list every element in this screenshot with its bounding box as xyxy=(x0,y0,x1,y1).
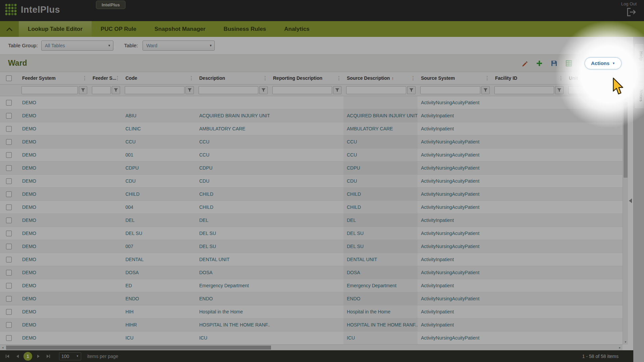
filter-input[interactable] xyxy=(125,86,184,94)
filter-menu-button[interactable] xyxy=(333,86,341,94)
scroll-up-icon[interactable]: ▲ xyxy=(623,96,628,102)
logout-label[interactable]: Log Out xyxy=(621,1,637,6)
filter-input[interactable] xyxy=(420,86,480,94)
row-checkbox[interactable] xyxy=(6,283,12,289)
table-row[interactable]: DEMOEDEmergency DepartmentEmergency Depa… xyxy=(0,279,623,292)
row-checkbox[interactable] xyxy=(6,270,12,276)
table-row[interactable]: DEMODELDELDELActivityInpatient xyxy=(0,214,623,227)
filter-menu-button[interactable] xyxy=(112,86,120,94)
table-row[interactable]: DEMO004CHILDCHILDActivityNursingAcuityPa… xyxy=(0,201,623,214)
column-header[interactable]: Description⋮ xyxy=(196,72,270,84)
row-checkbox[interactable] xyxy=(6,296,12,302)
pager-next-button[interactable] xyxy=(34,352,42,360)
nav-collapse-button[interactable] xyxy=(0,21,19,37)
horizontal-scrollbar[interactable]: ◄ ► xyxy=(0,345,623,350)
select-all-checkbox[interactable] xyxy=(6,75,12,81)
nav-tab-business-rules[interactable]: Business Rules xyxy=(215,21,275,37)
filter-menu-button[interactable] xyxy=(259,86,268,94)
filter-menu-button[interactable] xyxy=(481,86,490,94)
column-header[interactable]: Unit⋮ xyxy=(566,72,623,84)
edit-icon[interactable] xyxy=(521,60,528,67)
side-tab-help[interactable]: Help xyxy=(634,43,644,69)
actions-button[interactable]: Actions ▼ xyxy=(585,57,622,69)
logout-icon[interactable] xyxy=(627,8,637,16)
chevron-down-icon[interactable]: ▼ xyxy=(207,44,214,47)
row-checkbox[interactable] xyxy=(6,165,12,171)
table-row[interactable]: DEMOCHILDCHILDCHILDActivityNursingAcuity… xyxy=(0,188,623,201)
filter-input[interactable] xyxy=(21,86,78,94)
column-menu-icon[interactable]: ⋮ xyxy=(485,75,490,81)
column-menu-icon[interactable]: ⋮ xyxy=(615,75,621,81)
row-checkbox[interactable] xyxy=(6,218,12,223)
table-row[interactable]: DEMOHIHHospital in the HomeHospital in t… xyxy=(0,305,623,318)
scroll-down-icon[interactable]: ▼ xyxy=(623,339,628,345)
filter-input[interactable] xyxy=(272,86,332,94)
scroll-right-icon[interactable]: ► xyxy=(617,345,623,350)
vertical-scrollbar[interactable]: ▲ ▼ xyxy=(623,96,628,345)
table-row[interactable]: DEMOABIUACQUIRED BRAIN INJURY UNITACQUIR… xyxy=(0,109,623,122)
table-row[interactable]: DEMOCDUCDUCDUActivityNursingAcuityPatien… xyxy=(0,175,623,188)
column-header[interactable]: Feeder System⋮ xyxy=(19,72,89,84)
nav-tab-puc-op-rule[interactable]: PUC OP Rule xyxy=(92,21,145,37)
filter-input[interactable] xyxy=(92,86,111,94)
filter-menu-button[interactable] xyxy=(555,86,564,94)
row-checkbox[interactable] xyxy=(6,100,12,106)
row-checkbox[interactable] xyxy=(6,178,12,184)
save-icon[interactable] xyxy=(550,60,558,67)
nav-tab-analytics[interactable]: Analytics xyxy=(275,21,319,37)
column-header[interactable]: Feeder S...⋮ xyxy=(89,72,122,84)
column-header[interactable]: Code⋮ xyxy=(122,72,196,84)
table-row[interactable]: DEMOCCUCCUCCUActivityNursingAcuityPatien… xyxy=(0,135,623,148)
table-row[interactable]: DEMODEL SUDEL SUDEL SUActivityNursingAcu… xyxy=(0,227,623,240)
export-grid-icon[interactable] xyxy=(565,60,573,67)
table-row[interactable]: DEMODOSADOSADOSAActivityNursingAcuityPat… xyxy=(0,266,623,279)
table-row[interactable]: DEMOActivityNursingAcuityPatient xyxy=(0,96,623,109)
column-header[interactable]: Facility ID⋮ xyxy=(492,72,566,84)
row-checkbox[interactable] xyxy=(6,322,12,328)
table-row[interactable]: DEMOCDPUCDPUCDPUActivityNursingAcuityPat… xyxy=(0,162,623,175)
row-checkbox[interactable] xyxy=(6,257,12,262)
column-menu-icon[interactable]: ⋮ xyxy=(189,75,194,81)
add-icon[interactable] xyxy=(536,60,543,67)
column-header[interactable]: Source Description↑⋮ xyxy=(343,72,418,84)
table-row[interactable]: DEMOHIHRHOSPITAL IN THE HOME RANF...HOSP… xyxy=(0,318,623,331)
panel-collapse-handle[interactable] xyxy=(629,198,632,203)
nav-tab-snapshot-manager[interactable]: Snapshot Manager xyxy=(146,21,215,37)
table-dropdown[interactable]: Ward ▼ xyxy=(143,41,215,51)
filter-input[interactable] xyxy=(199,86,258,94)
table-row[interactable]: DEMODENTALDENTAL UNITDENTAL UNITActivity… xyxy=(0,253,623,266)
filter-input[interactable] xyxy=(568,86,623,94)
column-header[interactable]: Source System⋮ xyxy=(418,72,492,84)
table-row[interactable]: DEMOENDOENDOENDOActivityNursingAcuityPat… xyxy=(0,292,623,305)
row-checkbox[interactable] xyxy=(6,152,12,158)
vertical-scroll-thumb[interactable] xyxy=(624,102,628,178)
pager-last-button[interactable] xyxy=(44,352,52,360)
row-checkbox[interactable] xyxy=(6,309,12,315)
table-row[interactable]: DEMO001CCUCCUActivityNursingAcuityPatien… xyxy=(0,148,623,162)
table-row[interactable]: DEMOCLINICAMBULATORY CAREAMBULATORY CARE… xyxy=(0,122,623,135)
pager-first-button[interactable] xyxy=(3,352,11,360)
row-checkbox[interactable] xyxy=(6,113,12,119)
row-checkbox[interactable] xyxy=(6,191,12,197)
pager-prev-button[interactable] xyxy=(13,352,21,360)
column-header[interactable]: Reporting Description⋮ xyxy=(270,72,343,84)
column-menu-icon[interactable]: ⋮ xyxy=(411,75,416,81)
filter-input[interactable] xyxy=(494,86,554,94)
filter-menu-button[interactable] xyxy=(79,86,87,94)
row-checkbox[interactable] xyxy=(6,244,12,249)
row-checkbox[interactable] xyxy=(6,126,12,132)
column-menu-icon[interactable]: ⋮ xyxy=(558,75,564,81)
filter-menu-button[interactable] xyxy=(407,86,416,94)
column-menu-icon[interactable]: ⋮ xyxy=(115,75,120,81)
filter-input[interactable] xyxy=(346,86,406,94)
horizontal-scroll-thumb[interactable] xyxy=(6,346,271,350)
row-checkbox[interactable] xyxy=(6,139,12,145)
row-checkbox[interactable] xyxy=(6,231,12,236)
row-checkbox[interactable] xyxy=(6,204,12,210)
page-size-dropdown[interactable]: 100 ▼ xyxy=(59,352,81,360)
row-checkbox[interactable] xyxy=(6,335,12,341)
logout[interactable]: Log Out xyxy=(621,1,637,16)
table-row[interactable]: DEMO007DEL SUDEL SUActivityNursingAcuity… xyxy=(0,240,623,253)
table-row[interactable]: DEMOICUICUICUActivityNursingAcuityPatien… xyxy=(0,331,623,345)
chevron-down-icon[interactable]: ▼ xyxy=(106,44,113,47)
